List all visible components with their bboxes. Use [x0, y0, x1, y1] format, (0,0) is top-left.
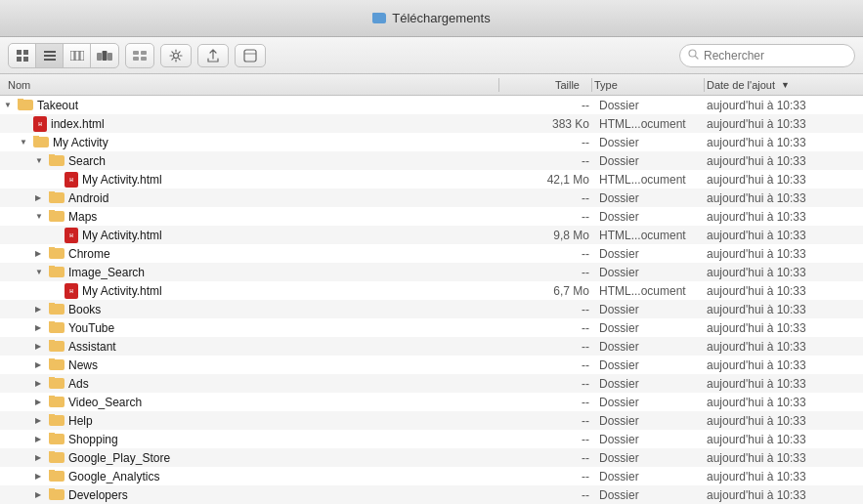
file-date-cell: aujourd'hui à 10:33: [707, 488, 863, 502]
table-row[interactable]: ▼Image_Search--Dossieraujourd'hui à 10:3…: [0, 263, 863, 281]
expand-triangle[interactable]: ▼: [35, 268, 47, 276]
file-size-cell: --: [511, 321, 599, 335]
file-name-label: Video_Search: [68, 396, 142, 409]
file-size-cell: --: [511, 136, 599, 149]
table-row[interactable]: ▶Developers--Dossieraujourd'hui à 10:33: [0, 485, 863, 504]
table-row[interactable]: ▶Google_Analytics--Dossieraujourd'hui à …: [0, 467, 863, 485]
svg-rect-15: [133, 57, 139, 61]
file-name-cell: HMy Activity.html: [0, 172, 511, 188]
col-header-nom[interactable]: Nom: [8, 79, 496, 91]
toolbar: [0, 37, 863, 74]
icon-view-btn[interactable]: [9, 44, 36, 67]
svg-rect-10: [97, 53, 102, 61]
col-divider-3: [704, 78, 705, 92]
file-date-cell: aujourd'hui à 10:33: [707, 191, 863, 205]
column-view-btn[interactable]: [64, 44, 91, 67]
file-name-label: My Activity: [53, 136, 108, 149]
expand-triangle[interactable]: ▶: [35, 249, 47, 258]
file-name-label: Takeout: [37, 99, 78, 112]
file-date-cell: aujourd'hui à 10:33: [707, 414, 863, 428]
expand-triangle[interactable]: ▶: [35, 416, 47, 425]
table-row[interactable]: ▶YouTube--Dossieraujourd'hui à 10:33: [0, 318, 863, 337]
table-row[interactable]: ▼Maps--Dossieraujourd'hui à 10:33: [0, 207, 863, 226]
title-bar-title: Téléchargements: [372, 11, 490, 25]
svg-rect-13: [133, 51, 139, 55]
table-row[interactable]: ▶Android--Dossieraujourd'hui à 10:33: [0, 189, 863, 207]
share-btn[interactable]: [197, 44, 229, 67]
expand-triangle[interactable]: ▶: [35, 305, 47, 314]
file-date-cell: aujourd'hui à 10:33: [707, 117, 863, 131]
table-row[interactable]: ▼Search--Dossieraujourd'hui à 10:33: [0, 151, 863, 170]
folder-icon: [49, 471, 65, 482]
folder-icon: [49, 155, 65, 166]
expand-triangle[interactable]: ▶: [35, 453, 47, 462]
file-name-label: News: [68, 358, 98, 372]
file-date-cell: aujourd'hui à 10:33: [707, 266, 863, 279]
expand-triangle[interactable]: ▼: [35, 212, 47, 221]
file-size-cell: --: [511, 191, 599, 205]
search-box[interactable]: [679, 44, 855, 67]
file-date-cell: aujourd'hui à 10:33: [707, 173, 863, 187]
html-file-icon: H: [33, 116, 47, 132]
expand-triangle[interactable]: ▶: [35, 323, 47, 332]
expand-triangle[interactable]: ▼: [20, 138, 31, 147]
folder-icon: [49, 248, 65, 259]
table-row[interactable]: ▶News--Dossieraujourd'hui à 10:33: [0, 356, 863, 374]
expand-triangle[interactable]: ▶: [35, 360, 47, 369]
settings-btn[interactable]: [160, 44, 192, 67]
file-size-cell: --: [511, 266, 599, 279]
tag-btn[interactable]: [235, 44, 266, 67]
expand-triangle[interactable]: ▶: [35, 472, 47, 481]
expand-triangle[interactable]: ▶: [35, 398, 47, 406]
folder-icon: [49, 359, 65, 370]
file-type-cell: Dossier: [599, 358, 707, 372]
table-row[interactable]: ▶Video_Search--Dossieraujourd'hui à 10:3…: [0, 393, 863, 411]
expand-triangle[interactable]: ▼: [4, 101, 16, 109]
file-date-cell: aujourd'hui à 10:33: [707, 303, 863, 316]
table-row[interactable]: HMy Activity.html6,7 MoHTML...ocumentauj…: [0, 281, 863, 300]
column-headers: Nom Taille Type Date de l'ajout ▼: [0, 74, 863, 96]
folder-icon: [49, 397, 65, 407]
expand-triangle[interactable]: ▶: [35, 379, 47, 388]
file-date-cell: aujourd'hui à 10:33: [707, 396, 863, 409]
search-input[interactable]: [704, 49, 846, 63]
expand-triangle[interactable]: ▶: [35, 435, 47, 443]
expand-triangle[interactable]: ▼: [35, 156, 47, 165]
expand-triangle[interactable]: ▶: [35, 193, 47, 202]
table-row[interactable]: ▶Ads--Dossieraujourd'hui à 10:33: [0, 374, 863, 393]
file-type-cell: Dossier: [599, 414, 707, 428]
html-file-icon: H: [65, 172, 78, 188]
file-date-cell: aujourd'hui à 10:33: [707, 340, 863, 354]
file-type-cell: Dossier: [599, 451, 707, 465]
col-header-type[interactable]: Type: [594, 79, 702, 91]
file-name-label: My Activity.html: [82, 284, 162, 298]
svg-rect-1: [23, 50, 28, 55]
svg-rect-18: [244, 50, 256, 62]
file-type-cell: HTML...ocument: [599, 173, 707, 187]
expand-triangle[interactable]: ▶: [35, 342, 47, 351]
table-row[interactable]: Hindex.html383 KoHTML...ocumentaujourd'h…: [0, 114, 863, 133]
file-name-cell: HMy Activity.html: [0, 228, 511, 243]
table-row[interactable]: ▼Takeout--Dossieraujourd'hui à 10:33: [0, 96, 863, 114]
table-row[interactable]: ▶Google_Play_Store--Dossieraujourd'hui à…: [0, 448, 863, 467]
group-view-btn[interactable]: [126, 44, 153, 67]
file-type-cell: Dossier: [599, 377, 707, 391]
table-row[interactable]: ▶Shopping--Dossieraujourd'hui à 10:33: [0, 430, 863, 448]
col-header-taille[interactable]: Taille: [501, 79, 589, 91]
file-date-cell: aujourd'hui à 10:33: [707, 470, 863, 483]
table-row[interactable]: ▶Help--Dossieraujourd'hui à 10:33: [0, 411, 863, 430]
table-row[interactable]: ▼My Activity--Dossieraujourd'hui à 10:33: [0, 133, 863, 151]
html-file-icon: H: [65, 228, 78, 243]
coverflow-view-btn[interactable]: [91, 44, 118, 67]
file-name-cell: ▶Ads: [0, 377, 511, 391]
file-size-cell: --: [511, 154, 599, 168]
col-header-date[interactable]: Date de l'ajout ▼: [707, 79, 863, 91]
table-row[interactable]: HMy Activity.html42,1 MoHTML...ocumentau…: [0, 170, 863, 189]
table-row[interactable]: ▶Assistant--Dossieraujourd'hui à 10:33: [0, 337, 863, 356]
table-row[interactable]: ▶Chrome--Dossieraujourd'hui à 10:33: [0, 244, 863, 263]
list-view-btn[interactable]: [36, 44, 64, 67]
expand-triangle[interactable]: ▶: [35, 490, 47, 499]
table-row[interactable]: ▶Books--Dossieraujourd'hui à 10:33: [0, 300, 863, 318]
table-row[interactable]: HMy Activity.html9,8 MoHTML...ocumentauj…: [0, 226, 863, 244]
folder-icon: [49, 341, 65, 352]
